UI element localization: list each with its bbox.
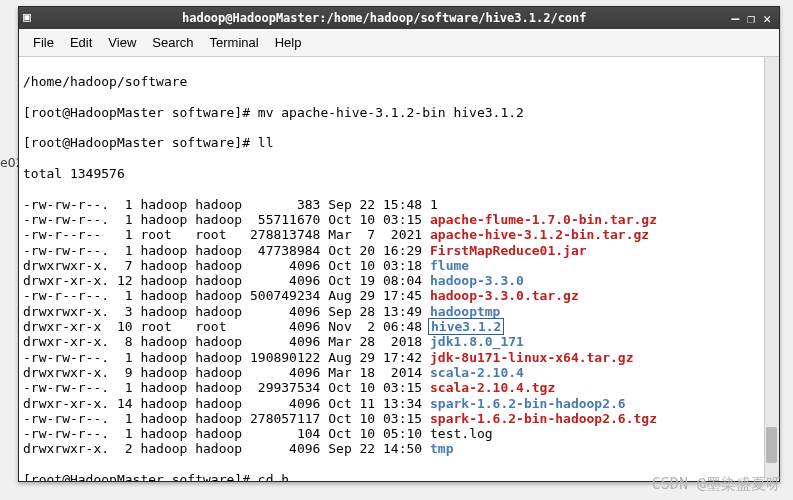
file-listing-row: drwxrwxr-x. 2 hadoop hadoop 4096 Sep 22 …: [23, 441, 775, 456]
file-listing-row: drwxr-xr-x. 12 hadoop hadoop 4096 Oct 19…: [23, 273, 775, 288]
output-line: /home/hadoop/software: [23, 74, 775, 89]
filename: jdk1.8.0_171: [430, 334, 524, 349]
filename: hadooptmp: [430, 304, 500, 319]
filename: spark-1.6.2-bin-hadoop2.6: [430, 396, 626, 411]
filename: hive3.1.2: [428, 318, 504, 335]
menubar: File Edit View Search Terminal Help: [19, 29, 779, 57]
filename: spark-1.6.2-bin-hadoop2.6.tgz: [430, 411, 657, 426]
file-listing-row: -rw-rw-r--. 1 hadoop hadoop 55711670 Oct…: [23, 212, 775, 227]
filename: 1: [430, 197, 438, 212]
filename: test.log: [430, 426, 493, 441]
filename: apache-hive-3.1.2-bin.tar.gz: [430, 227, 649, 242]
file-listing-row: -rw-rw-r--. 1 hadoop hadoop 47738984 Oct…: [23, 243, 775, 258]
file-listing-row: drwxr-xr-x. 14 hadoop hadoop 4096 Oct 11…: [23, 396, 775, 411]
window-controls: — ❐ ✕: [724, 11, 779, 26]
filename: FirstMapReduce01.jar: [430, 243, 587, 258]
file-listing-row: -rw-rw-r--. 1 hadoop hadoop 190890122 Au…: [23, 350, 775, 365]
terminal-window: ▣ hadoop@HadoopMaster:/home/hadoop/softw…: [18, 6, 780, 482]
file-listing-row: -rw-rw-r--. 1 hadoop hadoop 278057117 Oc…: [23, 411, 775, 426]
watermark: CSDN @墨染盛夏呀: [652, 475, 781, 494]
filename: hadoop-3.3.0: [430, 273, 524, 288]
menu-edit[interactable]: Edit: [64, 33, 98, 52]
output-line: [root@HadoopMaster software]# mv apache-…: [23, 105, 775, 120]
filename: jdk-8u171-linux-x64.tar.gz: [430, 350, 634, 365]
file-listing-row: -rw-r--r--. 1 hadoop hadoop 500749234 Au…: [23, 288, 775, 303]
scrollbar[interactable]: [764, 57, 779, 481]
file-listing-row: -rw-rw-r--. 1 hadoop hadoop 383 Sep 22 1…: [23, 197, 775, 212]
menu-search[interactable]: Search: [146, 33, 199, 52]
file-listing-row: drwxrwxr-x. 3 hadoop hadoop 4096 Sep 28 …: [23, 304, 775, 319]
maximize-button[interactable]: ❐: [747, 11, 755, 26]
menu-view[interactable]: View: [102, 33, 142, 52]
file-listing-row: drwxr-xr-x. 8 hadoop hadoop 4096 Mar 28 …: [23, 334, 775, 349]
file-listing-row: -rw-rw-r--. 1 hadoop hadoop 104 Oct 10 0…: [23, 426, 775, 441]
window-title: hadoop@HadoopMaster:/home/hadoop/softwar…: [45, 11, 724, 25]
file-listing-row: -rw-rw-r--. 1 hadoop hadoop 29937534 Oct…: [23, 380, 775, 395]
menu-terminal[interactable]: Terminal: [204, 33, 265, 52]
filename: scala-2.10.4: [430, 365, 524, 380]
filename: flume: [430, 258, 469, 273]
terminal-icon: ▣: [23, 9, 41, 27]
file-listing-row: -rw-r--r-- 1 root root 278813748 Mar 7 2…: [23, 227, 775, 242]
minimize-button[interactable]: —: [732, 11, 740, 26]
menu-file[interactable]: File: [27, 33, 60, 52]
filename: tmp: [430, 441, 453, 456]
filename: apache-flume-1.7.0-bin.tar.gz: [430, 212, 657, 227]
terminal-output[interactable]: /home/hadoop/software [root@HadoopMaster…: [19, 57, 779, 481]
output-line: total 1349576: [23, 166, 775, 181]
menu-help[interactable]: Help: [269, 33, 308, 52]
file-listing-row: drwxr-xr-x 10 root root 4096 Nov 2 06:48…: [23, 319, 775, 334]
output-line: [root@HadoopMaster software]# ll: [23, 135, 775, 150]
filename: hadoop-3.3.0.tar.gz: [430, 288, 579, 303]
titlebar[interactable]: ▣ hadoop@HadoopMaster:/home/hadoop/softw…: [19, 7, 779, 29]
close-button[interactable]: ✕: [763, 11, 771, 26]
file-listing-row: drwxrwxr-x. 9 hadoop hadoop 4096 Mar 18 …: [23, 365, 775, 380]
filename: scala-2.10.4.tgz: [430, 380, 555, 395]
file-listing-row: drwxrwxr-x. 7 hadoop hadoop 4096 Oct 10 …: [23, 258, 775, 273]
scrollbar-thumb[interactable]: [766, 427, 777, 463]
